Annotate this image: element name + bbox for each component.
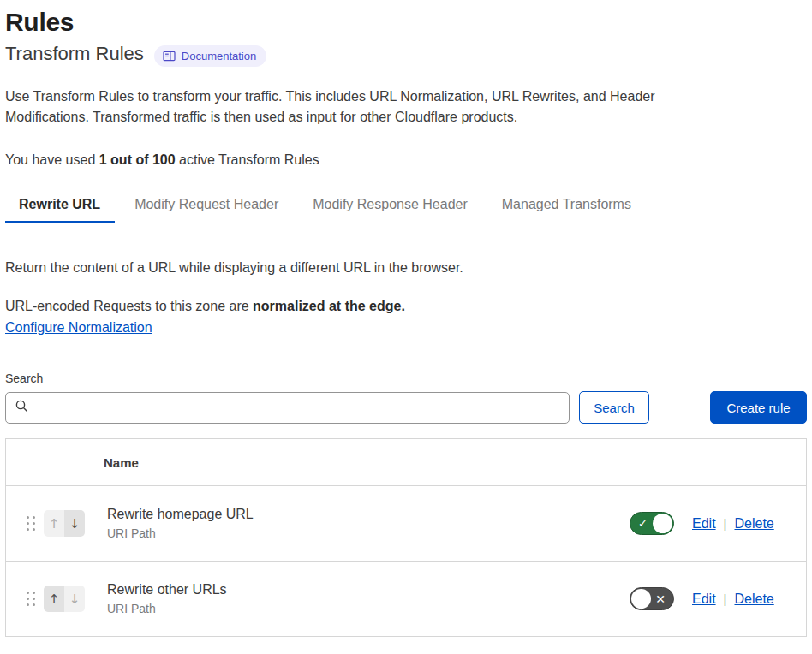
- rules-table: Name ↑ ↓ Rewrite homepage URL URI Path ✓…: [5, 438, 807, 637]
- rule-enabled-toggle[interactable]: ✕: [630, 587, 674, 610]
- row-links: Edit | Delete: [692, 516, 791, 532]
- page-subtitle: Transform Rules: [5, 43, 144, 65]
- edit-link[interactable]: Edit: [692, 516, 716, 532]
- search-input[interactable]: [36, 401, 560, 415]
- tab-modify-response-header[interactable]: Modify Response Header: [298, 192, 482, 223]
- section-description: Return the content of a URL while displa…: [5, 260, 807, 276]
- documentation-badge[interactable]: Documentation: [154, 45, 266, 67]
- rule-type: URI Path: [107, 602, 227, 615]
- drag-handle-icon[interactable]: [27, 592, 35, 606]
- subtitle-row: Transform Rules Documentation: [5, 43, 807, 65]
- tab-rewrite-url[interactable]: Rewrite URL: [5, 192, 115, 223]
- search-button[interactable]: Search: [579, 391, 649, 424]
- rule-info: Rewrite other URLs URI Path: [107, 582, 227, 615]
- rule-name: Rewrite homepage URL: [107, 507, 254, 522]
- configure-normalization-link[interactable]: Configure Normalization: [5, 320, 152, 336]
- row-actions: ✕ Edit | Delete: [630, 587, 791, 610]
- documentation-label: Documentation: [182, 50, 256, 62]
- reorder-buttons: ↑ ↓: [44, 586, 85, 612]
- search-box: [5, 392, 570, 424]
- rule-name: Rewrite other URLs: [107, 582, 227, 598]
- table-header-name: Name: [6, 439, 806, 485]
- search-label: Search: [5, 372, 807, 385]
- link-separator: |: [724, 592, 727, 606]
- move-down-icon[interactable]: ↓: [64, 510, 85, 537]
- row-links: Edit | Delete: [692, 592, 791, 607]
- row-actions: ✓ Edit | Delete: [630, 512, 791, 535]
- edit-link[interactable]: Edit: [692, 592, 716, 607]
- toggle-knob: [653, 514, 672, 533]
- search-row: Search Create rule: [5, 391, 807, 424]
- table-row: ↑ ↓ Rewrite other URLs URI Path ✕ Edit |…: [6, 561, 806, 636]
- link-separator: |: [724, 516, 727, 531]
- move-up-icon[interactable]: ↑: [44, 510, 64, 537]
- reorder-buttons: ↑ ↓: [44, 510, 85, 537]
- check-icon: ✓: [638, 518, 648, 529]
- transform-rules-tabs: Rewrite URL Modify Request Header Modify…: [5, 192, 807, 223]
- usage-summary: You have used 1 out of 100 active Transf…: [5, 152, 807, 168]
- transform-rules-page: Rules Transform Rules Documentation Use …: [0, 0, 812, 637]
- x-icon: ✕: [655, 593, 666, 605]
- rule-info: Rewrite homepage URL URI Path: [107, 507, 254, 540]
- delete-link[interactable]: Delete: [734, 592, 773, 607]
- tab-managed-transforms[interactable]: Managed Transforms: [487, 192, 646, 223]
- normalization-status-bold: normalized at the edge.: [253, 299, 405, 313]
- move-up-icon[interactable]: ↑: [44, 586, 64, 612]
- normalization-status: URL-encoded Requests to this zone are no…: [5, 299, 807, 314]
- toggle-knob: [631, 589, 651, 609]
- move-down-icon[interactable]: ↓: [64, 586, 85, 612]
- page-description: Use Transform Rules to transform your tr…: [5, 86, 690, 128]
- rule-type: URI Path: [107, 526, 254, 540]
- delete-link[interactable]: Delete: [734, 516, 773, 532]
- search-icon: [15, 399, 29, 417]
- tab-modify-request-header[interactable]: Modify Request Header: [120, 192, 293, 223]
- drag-handle-icon[interactable]: [27, 516, 35, 531]
- book-icon: [163, 51, 176, 62]
- create-rule-button[interactable]: Create rule: [710, 391, 807, 424]
- rule-enabled-toggle[interactable]: ✓: [630, 512, 674, 535]
- usage-count: 1 out of 100: [99, 152, 176, 167]
- table-row: ↑ ↓ Rewrite homepage URL URI Path ✓ Edit…: [6, 485, 806, 561]
- page-title: Rules: [5, 7, 807, 38]
